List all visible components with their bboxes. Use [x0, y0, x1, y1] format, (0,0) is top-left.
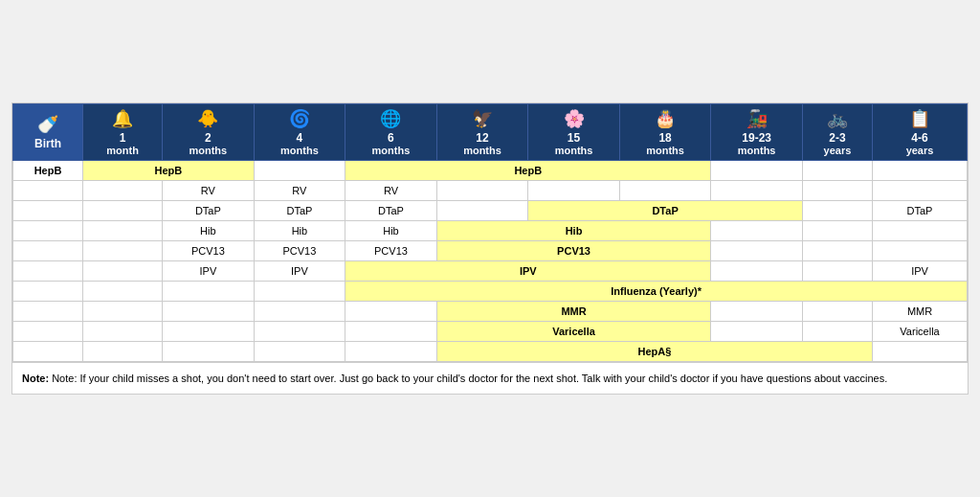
note-content: Note: If your child misses a shot, you d…: [52, 373, 887, 384]
pcv13-4months: PCV13: [254, 240, 345, 260]
influenza-6m-plus: Influenza (Yearly)*: [345, 281, 968, 301]
ipv-2-3years: [802, 260, 872, 281]
dtap-4months: DTaP: [254, 200, 345, 220]
12months-icon: 🦅: [440, 108, 525, 129]
mmr-12-18months: MMR: [436, 301, 711, 321]
ipv-6-18months: IPV: [345, 260, 711, 281]
4months-icon: 🌀: [257, 108, 343, 129]
hepb-4month: [254, 160, 345, 180]
vaccine-row-mmr: MMR MMR: [13, 301, 968, 321]
birth-icon: 🍼: [16, 114, 79, 135]
vaccine-row-ipv: IPV IPV IPV IPV: [13, 260, 968, 281]
col-header-18months: 🎂 18 months: [619, 103, 711, 160]
1month-icon: 🔔: [86, 108, 159, 129]
15months-sub: months: [555, 145, 593, 156]
ipv-1month: [83, 260, 163, 281]
hib-2months: Hib: [163, 220, 255, 240]
varicella-6months: [345, 321, 437, 341]
hepa-12m-23months: HepA§: [436, 341, 872, 361]
hepa-6months: [345, 341, 437, 361]
vaccine-schedule-container: 🍼 Birth 🔔 1 month 🐥 2 months 🌀 4 months: [11, 102, 969, 395]
19-23months-sub: months: [738, 145, 776, 156]
ipv-19-23months: [711, 260, 803, 281]
pcv13-2-3years: [802, 240, 872, 260]
dtap-birth: [13, 200, 83, 220]
rv-19-23months: [711, 180, 803, 200]
influenza-1month: [83, 281, 163, 301]
col-header-birth: 🍼 Birth: [13, 103, 83, 160]
varicella-2months: [163, 321, 255, 341]
vaccine-row-hepa: HepA§: [13, 341, 968, 361]
hepb-6-18month: HepB: [345, 160, 711, 180]
rv-18months: [619, 180, 711, 200]
4months-sub: months: [280, 145, 319, 156]
varicella-birth: [13, 321, 83, 341]
rv-12months: [436, 180, 528, 200]
rv-birth: [13, 180, 83, 200]
15months-age: 15: [568, 131, 580, 145]
dtap-15-23months: DTaP: [528, 200, 803, 220]
6months-icon: 🌐: [348, 108, 434, 129]
pcv13-4-6years: [873, 240, 968, 260]
vaccine-schedule-table: 🍼 Birth 🔔 1 month 🐥 2 months 🌀 4 months: [12, 103, 968, 362]
hib-12-18months: Hib: [436, 220, 711, 240]
pcv13-12-18months: PCV13: [436, 240, 711, 260]
hepa-1month: [83, 341, 163, 361]
vaccine-row-hepb: HepB HepB HepB: [13, 160, 968, 180]
ipv-4months: IPV: [254, 260, 345, 281]
birth-label: Birth: [34, 137, 61, 150]
6months-age: 6: [388, 131, 394, 145]
18months-sub: months: [646, 145, 684, 156]
col-header-15months: 🌸 15 months: [528, 103, 620, 160]
ipv-2months: IPV: [163, 260, 255, 281]
6months-sub: months: [372, 145, 411, 156]
rv-15months: [528, 180, 620, 200]
dtap-2-3years: [802, 200, 872, 220]
2months-icon: 🐥: [166, 108, 251, 129]
hib-4-6years: [873, 220, 968, 240]
18months-icon: 🎂: [623, 108, 708, 129]
1month-age: 1: [120, 131, 126, 145]
note-section: Note: Note: If your child misses a shot,…: [12, 362, 968, 395]
mmr-1month: [83, 301, 163, 321]
pcv13-birth: [13, 240, 83, 260]
dtap-1month: [83, 200, 163, 220]
4-6years-icon: 📋: [876, 108, 964, 129]
hib-birth: [13, 220, 83, 240]
hepa-birth: [13, 341, 83, 361]
mmr-4months: [254, 301, 345, 321]
varicella-4-6years: Varicella: [873, 321, 968, 341]
4-6years-sub: years: [906, 145, 934, 156]
rv-2months: RV: [163, 180, 255, 200]
4months-age: 4: [297, 131, 303, 145]
hepa-2months: [163, 341, 255, 361]
19-23months-icon: 🚂: [714, 108, 799, 129]
dtap-4-6years: DTaP: [873, 200, 968, 220]
influenza-2months: [163, 281, 255, 301]
col-header-2-3years: 🚲 2-3 years: [802, 103, 872, 160]
varicella-4months: [254, 321, 345, 341]
col-header-19-23months: 🚂 19-23 months: [711, 103, 803, 160]
hib-2-3years: [802, 220, 872, 240]
hepa-4-6years: [873, 341, 968, 361]
col-header-6months: 🌐 6 months: [345, 103, 437, 160]
rv-2-3years: [802, 180, 872, 200]
ipv-birth: [13, 260, 83, 281]
col-header-1month: 🔔 1 month: [83, 103, 163, 160]
19-23months-age: 19-23: [742, 131, 771, 145]
rv-6months: RV: [345, 180, 437, 200]
4-6years-age: 4-6: [911, 131, 927, 145]
col-header-2months: 🐥 2 months: [163, 103, 255, 160]
varicella-12-18months: Varicella: [436, 321, 711, 341]
2-3years-sub: years: [824, 145, 852, 156]
vaccine-row-influenza: Influenza (Yearly)*: [13, 281, 968, 301]
varicella-2-3years: [802, 321, 872, 341]
influenza-birth: [13, 281, 83, 301]
vaccine-row-hib: Hib Hib Hib Hib: [13, 220, 968, 240]
12months-sub: months: [463, 145, 501, 156]
hib-6months: Hib: [345, 220, 437, 240]
2months-age: 2: [205, 131, 212, 145]
hepb-4-6years: [873, 160, 968, 180]
ipv-4-6years: IPV: [873, 260, 968, 281]
pcv13-6months: PCV13: [345, 240, 437, 260]
